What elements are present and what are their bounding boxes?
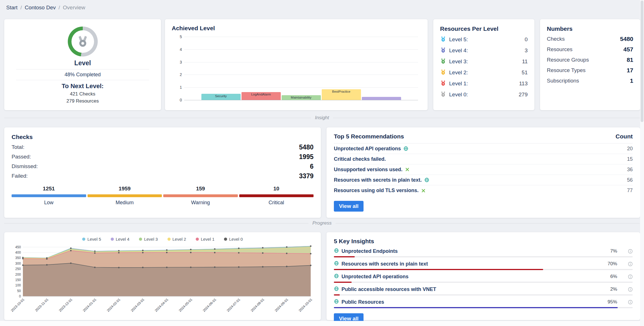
globe-icon: [424, 177, 429, 182]
x-icon: [421, 188, 426, 193]
resources-per-level-list: Level 5:0 Level 4:3 Level 3:11 Level 2:5…: [440, 36, 528, 98]
level-bar: BestPractice: [322, 89, 361, 100]
numbers-label: Resource Types: [547, 67, 586, 73]
legend-label: Level 4: [116, 237, 129, 242]
key-insights-title: 5 Key Insights: [334, 238, 633, 245]
info-icon[interactable]: [628, 300, 633, 305]
checks-title: Checks: [12, 134, 314, 140]
x-icon: [405, 167, 410, 172]
info-icon[interactable]: [628, 262, 633, 266]
recommendation-text: Unsupported versions used.: [334, 167, 402, 173]
svg-text:2024-06-01: 2024-06-01: [202, 297, 217, 313]
scrollbar-thumb[interactable]: [641, 1, 643, 122]
insight-percent: 7%: [610, 248, 617, 254]
resource-level-label: Level 0:: [449, 92, 468, 98]
bar-label: Maintainability: [291, 96, 312, 99]
resource-level-row: Level 4:3: [440, 47, 528, 54]
page-bottom: [0, 321, 640, 326]
resource-level-value: 11: [522, 58, 528, 65]
numbers-card: Numbers Checks5480Resources457Resource G…: [540, 19, 640, 110]
scrollbar[interactable]: [640, 0, 644, 326]
y-axis-label: 2: [176, 72, 182, 77]
legend-item[interactable]: Level 0: [224, 237, 243, 242]
numbers-list: Checks5480Resources457Resource Groups81R…: [547, 35, 633, 84]
resource-level-label: Level 1:: [449, 81, 468, 87]
insight-row[interactable]: Public Resources95%: [334, 299, 633, 308]
insight-progress-fill: [334, 294, 340, 295]
breadcrumb-item-start[interactable]: Start: [6, 5, 18, 11]
legend-label: Level 3: [144, 237, 158, 242]
svg-text:2023-10-01: 2023-10-01: [10, 297, 25, 313]
svg-text:100: 100: [15, 283, 21, 287]
legend-item[interactable]: Level 4: [111, 237, 129, 242]
svg-text:400: 400: [15, 251, 21, 255]
numbers-row: Resources457: [547, 46, 633, 53]
insight-text: Unprotected Endpoints: [341, 248, 398, 254]
legend-item[interactable]: Level 5: [82, 237, 101, 242]
insight-text: Public Resources: [341, 299, 384, 305]
insight-divider-label: Insight: [315, 115, 329, 121]
legend-item[interactable]: Level 3: [139, 237, 158, 242]
bar-label: Security: [215, 94, 227, 98]
recommendation-row[interactable]: Critical checks failed.15: [334, 154, 633, 164]
svg-text:2023-12-01: 2023-12-01: [58, 297, 73, 313]
recommendation-row[interactable]: Resources using old TLS versions. 77: [334, 185, 633, 196]
insight-progress-fill: [334, 307, 618, 308]
svg-text:250: 250: [15, 267, 21, 271]
insight-row[interactable]: Public accessible resources with VNET2%: [334, 286, 633, 295]
insight-meta: 6%: [610, 274, 633, 279]
numbers-title: Numbers: [547, 25, 633, 32]
checks-summary-label: Passed:: [12, 154, 31, 160]
insight-row-content: Resources with secrets in plain text70%: [334, 260, 633, 267]
checks-summary-label: Total:: [12, 144, 24, 150]
recommendation-count: 77: [627, 188, 633, 194]
recommendation-count: 36: [627, 167, 633, 173]
insight-row[interactable]: Unprotected API operations6%: [334, 273, 633, 283]
checks-summary-value: 5480: [299, 144, 314, 151]
recommendation-text: Critical checks failed.: [334, 156, 386, 162]
level-bar: LogAndAlarm: [242, 92, 281, 100]
numbers-row: Checks5480: [547, 35, 633, 43]
checks-summary-value: 3379: [299, 172, 314, 180]
insight-meta: 70%: [608, 261, 633, 267]
dashboard-page: Start / Contoso Dev / Overview Level 48%…: [0, 0, 644, 326]
achieved-level-card: Achieved Level 012345SecurityLogAndAlarm…: [165, 19, 428, 110]
legend-item[interactable]: Level 1: [196, 237, 214, 242]
recommendation-label: Resources with secrets in plain text.: [334, 177, 429, 183]
insight-progress-fill: [334, 256, 355, 257]
insight-meta: 95%: [608, 299, 633, 305]
breadcrumb: Start / Contoso Dev / Overview: [6, 5, 85, 11]
insight-text: Resources with secrets in plain text: [341, 261, 428, 267]
globe-icon: [334, 273, 339, 280]
breadcrumb-item-contoso-dev[interactable]: Contoso Dev: [25, 5, 56, 11]
resource-level-value: 3: [525, 47, 528, 54]
medal-icon: [440, 69, 446, 77]
insight-label: Unprotected API operations: [334, 273, 408, 280]
insight-row[interactable]: Resources with secrets in plain text70%: [334, 260, 633, 270]
insight-percent: 95%: [608, 299, 617, 305]
insight-row-content: Public Resources95%: [334, 299, 633, 305]
svg-text:2024-03-01: 2024-03-01: [130, 297, 145, 313]
info-icon[interactable]: [628, 249, 633, 254]
svg-text:2024-07-01: 2024-07-01: [226, 297, 241, 313]
info-icon[interactable]: [628, 287, 633, 292]
numbers-label: Resource Groups: [547, 57, 589, 63]
recommendation-row[interactable]: Unsupported versions used. 36: [334, 164, 633, 175]
globe-icon: [334, 248, 339, 255]
recommendation-row[interactable]: Resources with secrets in plain text. 56: [334, 175, 633, 185]
recommendation-row[interactable]: Unprotected API operations 20: [334, 144, 633, 154]
recommendation-count: 15: [627, 156, 633, 162]
recommendations-view-all-button[interactable]: View all: [334, 201, 364, 212]
resource-level-row: Level 2:51: [440, 69, 528, 76]
checks-summary-value: 6: [310, 163, 314, 170]
legend-item[interactable]: Level 2: [167, 237, 186, 242]
svg-text:200: 200: [15, 273, 21, 277]
recommendations-card: Top 5 Recommendations Count Unprotected …: [327, 127, 640, 218]
insight-row[interactable]: Unprotected Endpoints7%: [334, 248, 633, 257]
info-icon[interactable]: [628, 274, 633, 279]
checks-summary-row: Passed:1995: [12, 153, 314, 161]
level-card: Level 48% Completed To Next Level: 421 C…: [4, 19, 161, 110]
resource-level-label: Level 4:: [449, 47, 468, 54]
recommendation-count: 56: [627, 177, 633, 183]
resource-level-row: Level 1:113: [440, 80, 528, 87]
